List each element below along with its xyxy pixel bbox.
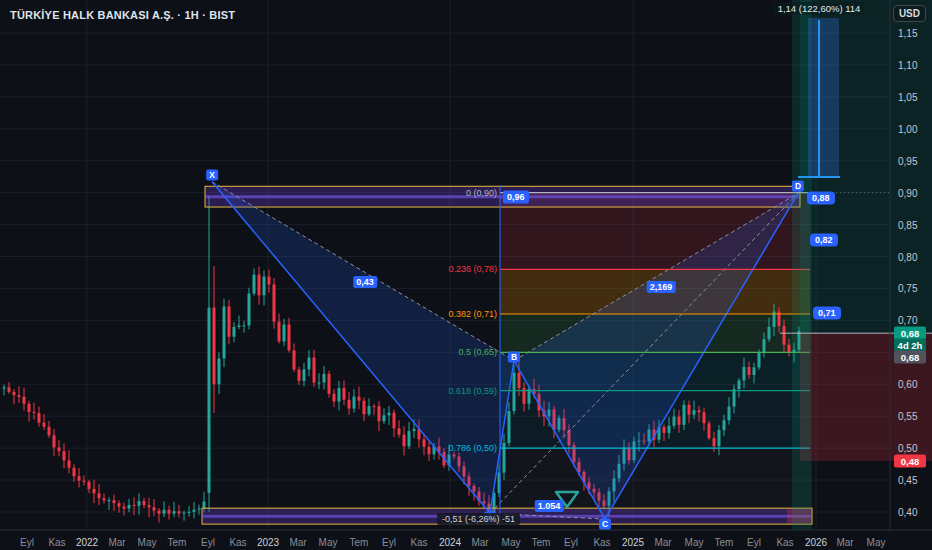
currency-toggle-button[interactable]: USD [893, 5, 926, 22]
symbol-title[interactable]: TÜRKİYE HALK BANKASI A.Ş. · 1H · BIST [10, 9, 235, 21]
chart-canvas[interactable] [0, 0, 932, 550]
measure-tooltip: -0,51 (-6,26%) -51 [437, 513, 520, 525]
price-range-tool-label[interactable]: 1,14 (122,60%) 114 [774, 2, 865, 15]
long-position-tool [780, 0, 932, 530]
chart-window: 1,151,101,051,000,950,900,850,800,750,70… [0, 0, 932, 550]
